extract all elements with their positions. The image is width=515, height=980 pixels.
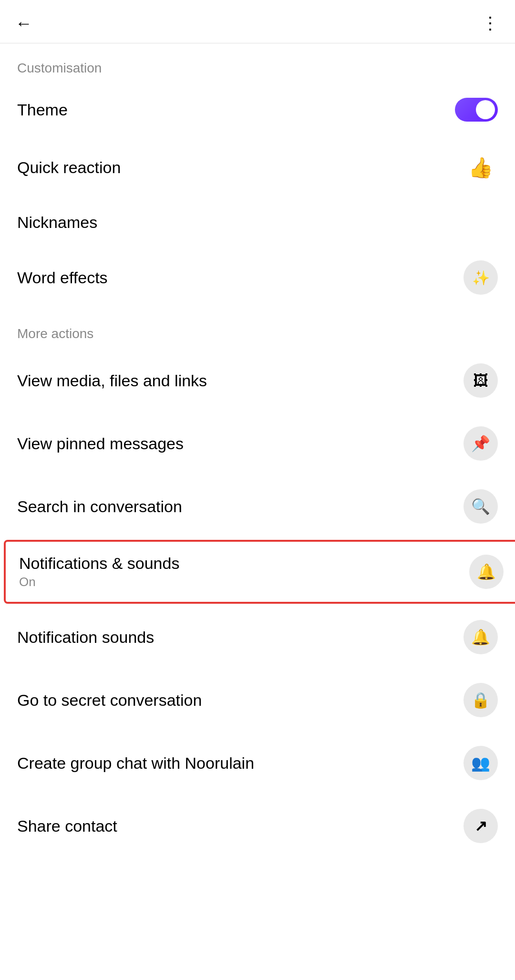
share-contact-icon: ↗ — [464, 809, 498, 843]
menu-item-nicknames[interactable]: Nicknames — [0, 199, 515, 246]
back-icon[interactable]: ← — [15, 13, 32, 33]
quick-reaction-icon: 👍 — [464, 150, 498, 185]
more-options-icon[interactable]: ⋮ — [482, 13, 500, 33]
notifications-sounds-icon: 🔔 — [469, 555, 504, 589]
theme-toggle-icon[interactable] — [455, 98, 498, 122]
pin-icon: 📌 — [471, 434, 490, 453]
menu-item-create-group[interactable]: Create group chat with Noorulain 👥 — [0, 732, 515, 794]
menu-item-notifications-sounds[interactable]: Notifications & sounds On 🔔 — [4, 540, 515, 604]
menu-item-theme[interactable]: Theme — [0, 83, 515, 136]
notifications-sounds-sublabel: On — [19, 575, 179, 589]
view-media-icon: 🖼 — [464, 363, 498, 398]
view-pinned-label: View pinned messages — [17, 434, 184, 453]
image-icon: 🖼 — [473, 372, 488, 390]
word-effects-icon: ✨ — [464, 260, 498, 295]
search-conversation-icon: 🔍 — [464, 489, 498, 524]
secret-conversation-icon: 🔒 — [464, 683, 498, 717]
menu-item-word-effects[interactable]: Word effects ✨ — [0, 246, 515, 309]
customisation-label: Customisation — [0, 43, 515, 83]
search-conversation-label: Search in conversation — [17, 497, 182, 516]
search-icon: 🔍 — [471, 497, 490, 516]
more-actions-section: More actions View media, files and links… — [0, 309, 515, 857]
menu-item-view-media[interactable]: View media, files and links 🖼 — [0, 349, 515, 412]
share-contact-label: Share contact — [17, 817, 117, 836]
menu-item-quick-reaction[interactable]: Quick reaction 👍 — [0, 136, 515, 199]
view-media-label: View media, files and links — [17, 371, 207, 390]
lock-icon: 🔒 — [471, 691, 490, 709]
magic-wand-icon: ✨ — [472, 269, 490, 286]
share-icon: ↗ — [474, 817, 487, 835]
more-actions-label: More actions — [0, 309, 515, 349]
group-icon: 👥 — [471, 754, 490, 772]
notifications-sounds-label: Notifications & sounds — [19, 554, 179, 573]
menu-item-notification-sounds[interactable]: Notification sounds 🔔 — [0, 606, 515, 669]
bell-icon-2: 🔔 — [471, 628, 490, 646]
quick-reaction-label: Quick reaction — [17, 158, 121, 177]
menu-item-secret-conversation[interactable]: Go to secret conversation 🔒 — [0, 669, 515, 732]
menu-item-share-contact[interactable]: Share contact ↗ — [0, 794, 515, 857]
create-group-label: Create group chat with Noorulain — [17, 754, 254, 773]
header: ← ⋮ — [0, 0, 515, 43]
theme-label: Theme — [17, 101, 68, 119]
create-group-icon: 👥 — [464, 746, 498, 780]
word-effects-label: Word effects — [17, 268, 108, 287]
notification-sounds-icon: 🔔 — [464, 620, 498, 654]
menu-item-view-pinned[interactable]: View pinned messages 📌 — [0, 412, 515, 475]
secret-conversation-label: Go to secret conversation — [17, 691, 202, 710]
bell-icon: 🔔 — [477, 563, 496, 581]
menu-item-search-conversation[interactable]: Search in conversation 🔍 — [0, 475, 515, 538]
customisation-section: Customisation Theme Quick reaction 👍 Nic… — [0, 43, 515, 309]
nicknames-label: Nicknames — [17, 213, 97, 232]
notification-sounds-label: Notification sounds — [17, 628, 154, 647]
view-pinned-icon: 📌 — [464, 426, 498, 461]
